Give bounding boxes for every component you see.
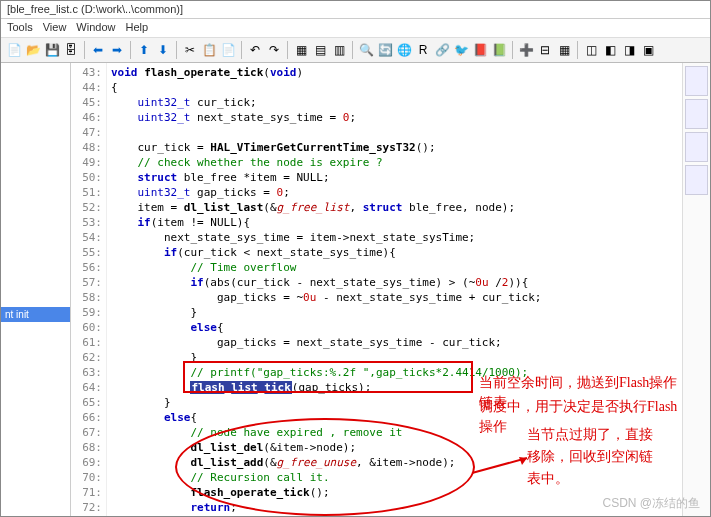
code-area[interactable]: void flash_operate_tick(void) { uint32_t… (107, 63, 682, 516)
redo-icon[interactable]: ↷ (265, 41, 283, 59)
window-title: [ble_free_list.c (D:\work\..\common)] (1, 1, 710, 19)
down-icon[interactable]: ⬇ (154, 41, 172, 59)
menu-bar: Tools View Window Help (1, 19, 710, 37)
search-icon[interactable]: 🔍 (357, 41, 375, 59)
code-editor[interactable]: 43:44:45:46:47:48:49:50:51:52:53:54:55:5… (71, 63, 710, 516)
new-icon[interactable]: 📄 (5, 41, 23, 59)
up-icon[interactable]: ⬆ (135, 41, 153, 59)
annotation-3: 当节点过期了，直接 (527, 425, 653, 445)
menu-tools[interactable]: Tools (7, 21, 33, 35)
main-area: nt init 43:44:45:46:47:48:49:50:51:52:53… (1, 63, 710, 516)
watermark: CSDN @冻结的鱼 (602, 495, 700, 512)
line-gutter: 43:44:45:46:47:48:49:50:51:52:53:54:55:5… (71, 63, 107, 516)
cut-icon[interactable]: ✂ (181, 41, 199, 59)
book2-icon[interactable]: 📗 (490, 41, 508, 59)
tool3-icon[interactable]: ▥ (330, 41, 348, 59)
win3-icon[interactable]: ◨ (620, 41, 638, 59)
link-icon[interactable]: 🔗 (433, 41, 451, 59)
sidebar-item-selected[interactable]: nt init (1, 307, 70, 322)
thumbnail[interactable] (685, 66, 708, 96)
back-icon[interactable]: ⬅ (89, 41, 107, 59)
tool-icon[interactable]: ▦ (292, 41, 310, 59)
menu-help[interactable]: Help (125, 21, 148, 35)
paste-icon[interactable]: 📄 (219, 41, 237, 59)
open-icon[interactable]: 📂 (24, 41, 42, 59)
ref-icon[interactable]: R (414, 41, 432, 59)
book-icon[interactable]: 📕 (471, 41, 489, 59)
copy-icon[interactable]: 📋 (200, 41, 218, 59)
win1-icon[interactable]: ◫ (582, 41, 600, 59)
grid-icon[interactable]: ▦ (555, 41, 573, 59)
tool2-icon[interactable]: ▤ (311, 41, 329, 59)
plus-icon[interactable]: ➕ (517, 41, 535, 59)
saveall-icon[interactable]: 🗄 (62, 41, 80, 59)
sync-icon[interactable]: 🌐 (395, 41, 413, 59)
annotation-5: 表中。 (527, 469, 569, 489)
minus-icon[interactable]: ⊟ (536, 41, 554, 59)
win2-icon[interactable]: ◧ (601, 41, 619, 59)
thumbnail[interactable] (685, 99, 708, 129)
menu-view[interactable]: View (43, 21, 67, 35)
forward-icon[interactable]: ➡ (108, 41, 126, 59)
bird-icon[interactable]: 🐦 (452, 41, 470, 59)
toolbar: 📄 📂 💾 🗄 ⬅ ➡ ⬆ ⬇ ✂ 📋 📄 ↶ ↷ ▦ ▤ ▥ 🔍 🔄 🌐 R … (1, 37, 710, 63)
annotation-4: 移除，回收到空闲链 (527, 447, 653, 467)
refresh-icon[interactable]: 🔄 (376, 41, 394, 59)
win4-icon[interactable]: ▣ (639, 41, 657, 59)
undo-icon[interactable]: ↶ (246, 41, 264, 59)
thumbnail[interactable] (685, 132, 708, 162)
save-icon[interactable]: 💾 (43, 41, 61, 59)
menu-window[interactable]: Window (76, 21, 115, 35)
thumbnail[interactable] (685, 165, 708, 195)
thumbnail-panel (682, 63, 710, 516)
sidebar: nt init (1, 63, 71, 516)
